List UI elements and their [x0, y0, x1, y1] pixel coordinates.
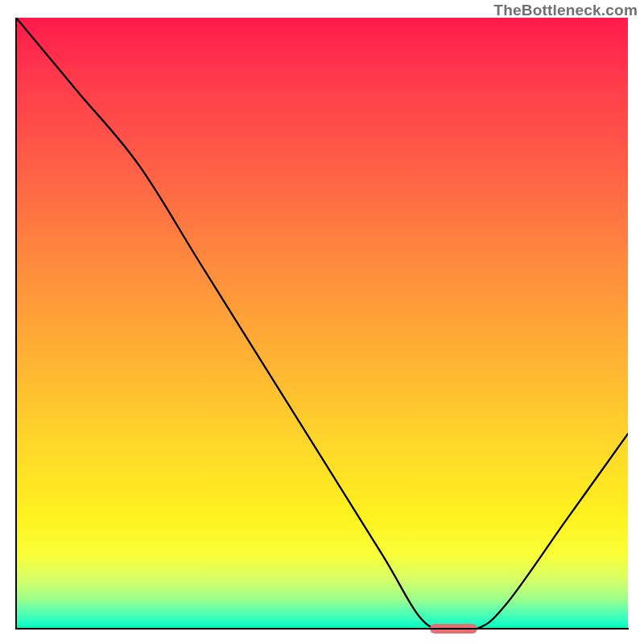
- watermark-text: TheBottleneck.com: [493, 2, 638, 19]
- gradient-background: [16, 18, 628, 630]
- plot-area: [16, 18, 628, 630]
- chart-container: TheBottleneck.com: [0, 0, 644, 644]
- axis-y: [15, 18, 17, 630]
- axis-x: [15, 628, 629, 630]
